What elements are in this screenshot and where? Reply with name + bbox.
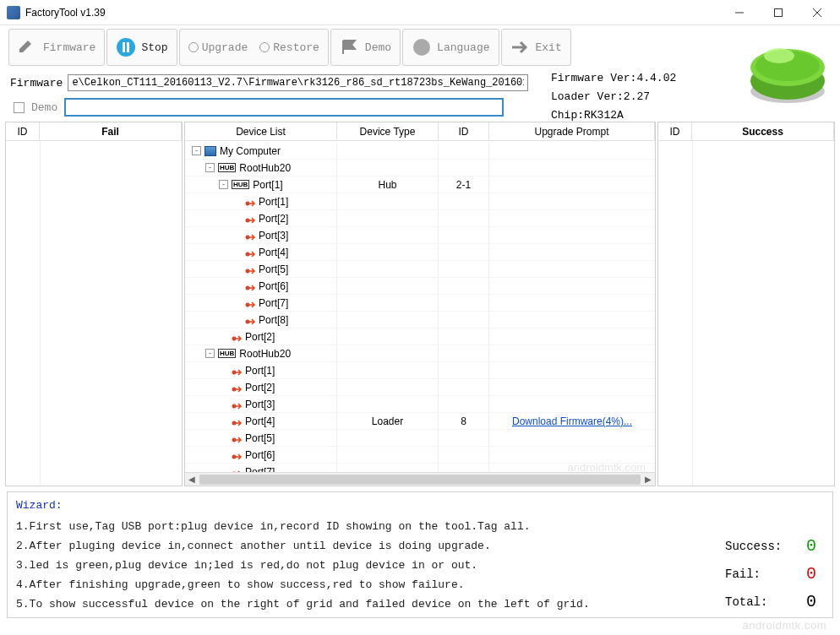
- exit-button[interactable]: Exit: [501, 29, 571, 66]
- device-type-cell: [337, 464, 439, 472]
- toolbar: Firmware Stop Upgrade Restore Demo Langu…: [0, 25, 840, 69]
- usb-icon: [245, 232, 255, 239]
- device-id-cell: [439, 227, 489, 243]
- tree-row[interactable]: Port[1]: [185, 193, 655, 210]
- tree-row[interactable]: Port[4]Loader8Download Firmware(4%)...: [185, 413, 655, 430]
- success-id-header[interactable]: ID: [658, 122, 692, 140]
- device-id-cell: [439, 362, 489, 378]
- device-type-cell: [337, 312, 439, 328]
- tree-row[interactable]: Port[4]: [185, 244, 655, 261]
- device-id-cell: [439, 430, 489, 446]
- tree-row[interactable]: -HUBRootHub20: [185, 160, 655, 176]
- tree-node-label: Port[2]: [245, 331, 275, 343]
- tree-row[interactable]: Port[6]: [185, 278, 655, 295]
- fail-header[interactable]: Fail: [40, 122, 182, 140]
- upgrade-prompt-header[interactable]: Upgrade Prompt: [489, 122, 655, 140]
- firmware-button[interactable]: Firmware: [8, 29, 105, 66]
- tree-node-label: Port[2]: [245, 382, 275, 393]
- device-id-cell: [439, 379, 489, 395]
- tree-twist-icon[interactable]: -: [205, 349, 215, 358]
- scroll-thumb[interactable]: [199, 475, 641, 485]
- tree-row[interactable]: Port[5]: [185, 430, 655, 447]
- tree-row[interactable]: Port[3]: [185, 227, 655, 244]
- device-id-cell: [439, 143, 489, 159]
- tree-twist-icon[interactable]: -: [219, 180, 228, 189]
- maximize-button[interactable]: [759, 0, 798, 25]
- tree-node-label: Port[8]: [259, 314, 288, 326]
- tree-row[interactable]: -HUBPort[1]Hub2-1: [185, 176, 655, 193]
- usb-icon: [232, 418, 242, 425]
- demo-button[interactable]: Demo: [330, 29, 401, 66]
- device-type-cell: [337, 261, 439, 277]
- titlebar: FactoryTool v1.39: [0, 0, 840, 25]
- device-type-cell: [337, 447, 439, 463]
- device-id-cell: [439, 278, 489, 294]
- device-type-cell: [337, 278, 439, 294]
- wizard-title: Wizard:: [16, 499, 824, 512]
- fw-ver-value: 4.4.02: [636, 72, 676, 84]
- grids: ID Fail Device List Device Type ID Upgra…: [0, 122, 840, 486]
- flag-icon: [340, 37, 360, 57]
- upgrade-prompt-cell: [489, 193, 655, 209]
- success-header[interactable]: Success: [692, 122, 834, 140]
- close-icon: [813, 8, 821, 17]
- tree-row[interactable]: Port[2]: [185, 210, 655, 227]
- tree-row[interactable]: -HUBRootHub20: [185, 345, 655, 362]
- tree-row[interactable]: -My Computer: [185, 143, 655, 160]
- scroll-left-icon: ◀: [185, 475, 199, 484]
- tree-twist-icon[interactable]: -: [205, 163, 215, 172]
- stop-button[interactable]: Stop: [106, 29, 177, 66]
- horizontal-scrollbar[interactable]: ◀ ▶: [185, 472, 655, 486]
- device-type-header[interactable]: Device Type: [337, 122, 439, 140]
- exit-label: Exit: [536, 41, 562, 54]
- tree-row[interactable]: Port[2]: [185, 328, 655, 345]
- device-type-cell: [337, 295, 439, 311]
- language-button[interactable]: Language: [402, 29, 499, 66]
- tree-row[interactable]: Port[1]: [185, 362, 655, 379]
- success-count: 0: [806, 536, 816, 556]
- demo-checkbox[interactable]: [14, 102, 25, 113]
- wizard-panel: Wizard: 1.First use,Tag USB port:plug de…: [7, 491, 833, 618]
- device-list-header[interactable]: Device List: [185, 122, 337, 140]
- usb-icon: [245, 266, 255, 273]
- radio-icon: [259, 42, 270, 52]
- tree-row[interactable]: Port[2]: [185, 379, 655, 396]
- device-id-header[interactable]: ID: [439, 122, 489, 140]
- tree-node-label: Port[6]: [245, 449, 275, 461]
- upgrade-radio[interactable]: Upgrade: [188, 41, 248, 54]
- device-id-cell: [439, 396, 489, 412]
- tree-node-label: Port[3]: [245, 399, 275, 410]
- wizard-line-4: 4.After finishing upgrade,green to show …: [16, 578, 824, 591]
- wizard-line-5: 5.To show successful device on the right…: [16, 598, 824, 611]
- fail-id-header[interactable]: ID: [6, 122, 40, 140]
- usb-icon: [232, 452, 242, 459]
- info-block: Firmware Ver:4.4.02 Loader Ver:2.27 Chip…: [551, 69, 676, 125]
- app-icon: [7, 6, 20, 19]
- demo-check-label: Demo: [31, 101, 57, 114]
- tree-twist-icon[interactable]: -: [192, 146, 201, 155]
- scroll-right-icon: ▶: [641, 475, 655, 484]
- upgrade-prompt-cell: [489, 379, 655, 395]
- tree-row[interactable]: Port[3]: [185, 396, 655, 413]
- tree-node-label: Port[7]: [259, 297, 288, 309]
- tree-row[interactable]: Port[5]: [185, 261, 655, 278]
- device-type-cell: [337, 193, 439, 209]
- usb-icon: [232, 401, 242, 408]
- minimize-button[interactable]: [720, 0, 759, 25]
- upgrade-restore-group: Upgrade Restore: [179, 29, 329, 66]
- restore-radio[interactable]: Restore: [259, 41, 319, 54]
- tree-node-label: Port[3]: [259, 230, 288, 242]
- tree-row[interactable]: Port[7]: [185, 295, 655, 312]
- tree-node-label: RootHub20: [239, 348, 291, 360]
- device-id-cell: [439, 464, 489, 472]
- device-tree[interactable]: -My Computer-HUBRootHub20-HUBPort[1]Hub2…: [185, 141, 655, 472]
- go-button[interactable]: [745, 30, 830, 109]
- svg-rect-1: [775, 8, 783, 16]
- device-type-cell: [337, 227, 439, 243]
- tree-row[interactable]: Port[8]: [185, 312, 655, 328]
- demo-input[interactable]: [64, 98, 504, 117]
- device-type-cell: [337, 143, 439, 159]
- close-button[interactable]: [798, 0, 837, 25]
- device-id-cell: [439, 210, 489, 226]
- firmware-path-input[interactable]: [68, 74, 528, 91]
